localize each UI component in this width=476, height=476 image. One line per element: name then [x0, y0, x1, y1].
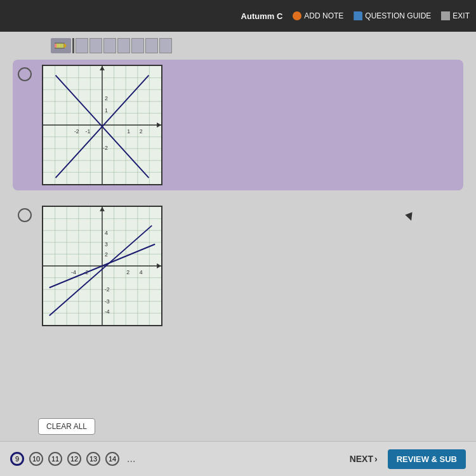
next-button[interactable]: NEXT › — [350, 454, 378, 464]
bottom-bar: 9 10 11 12 13 14 ... NEXT › REVIEW & SUB — [0, 441, 476, 476]
top-bar: Autumm C ADD NOTE QUESTION GUIDE EXIT — [0, 0, 476, 32]
svg-marker-1 — [64, 43, 67, 48]
page-13-button[interactable]: 13 — [86, 452, 100, 466]
svg-text:3: 3 — [105, 241, 108, 248]
answer-option-a[interactable]: 2 1 -2 -1 2 1 -2 — [13, 60, 463, 190]
username-label: Autumm C — [241, 11, 283, 21]
toolbar-box-5[interactable] — [131, 38, 144, 53]
svg-text:2: 2 — [105, 251, 108, 258]
svg-text:4: 4 — [105, 230, 108, 236]
page-10-button[interactable]: 10 — [29, 452, 43, 466]
add-note-button[interactable]: ADD NOTE — [293, 11, 343, 20]
clear-all-button[interactable]: CLEAR ALL — [38, 418, 95, 435]
radio-option-b[interactable] — [18, 208, 32, 222]
graph-a: 2 1 -2 -1 2 1 -2 — [42, 65, 162, 185]
page-14-button[interactable]: 14 — [105, 452, 119, 466]
svg-text:2: 2 — [140, 128, 143, 135]
svg-text:-4: -4 — [105, 308, 110, 315]
toolbar-box-4[interactable] — [117, 38, 130, 53]
toolbar-box-7[interactable] — [159, 38, 172, 53]
svg-text:-2: -2 — [74, 128, 79, 135]
svg-text:-2: -2 — [103, 145, 108, 151]
toolbar-box-6[interactable] — [145, 38, 158, 53]
page-12-button[interactable]: 12 — [67, 452, 81, 466]
svg-text:4: 4 — [140, 269, 143, 275]
svg-rect-2 — [55, 44, 56, 48]
toolbar-box-2[interactable] — [89, 38, 102, 53]
svg-text:2: 2 — [126, 269, 129, 275]
review-submit-button[interactable]: REVIEW & SUB — [388, 449, 466, 469]
svg-text:2: 2 — [105, 95, 108, 102]
pencil-icon[interactable] — [51, 38, 71, 53]
radio-option-a[interactable] — [18, 67, 32, 81]
svg-rect-0 — [55, 43, 64, 48]
svg-text:-4: -4 — [71, 269, 76, 275]
note-icon — [293, 11, 301, 20]
book-icon — [354, 11, 362, 20]
svg-text:-2: -2 — [105, 286, 110, 293]
page-navigation: 9 10 11 12 13 14 ... — [10, 452, 350, 466]
toolbar-box-3[interactable] — [103, 38, 116, 53]
page-9-button[interactable]: 9 — [10, 452, 24, 466]
exit-button[interactable]: EXIT — [441, 11, 470, 20]
toolbar-box-1[interactable] — [76, 38, 88, 53]
page-11-button[interactable]: 11 — [48, 452, 62, 466]
exit-icon — [441, 11, 450, 20]
svg-text:1: 1 — [127, 128, 130, 135]
question-toolbar — [51, 38, 463, 53]
graph-b: 4 2 -4 -2 4 3 2 -2 -3 -4 — [42, 206, 162, 326]
main-content: 2 1 -2 -1 2 1 -2 — [0, 32, 476, 476]
toolbar-separator — [72, 38, 74, 53]
page-dots: ... — [127, 453, 135, 465]
svg-text:1: 1 — [105, 107, 108, 114]
svg-text:-1: -1 — [86, 128, 91, 135]
answer-option-b[interactable]: 4 2 -4 -2 4 3 2 -2 -3 -4 — [13, 201, 463, 331]
svg-text:-3: -3 — [105, 298, 110, 305]
question-guide-button[interactable]: QUESTION GUIDE — [354, 11, 431, 20]
